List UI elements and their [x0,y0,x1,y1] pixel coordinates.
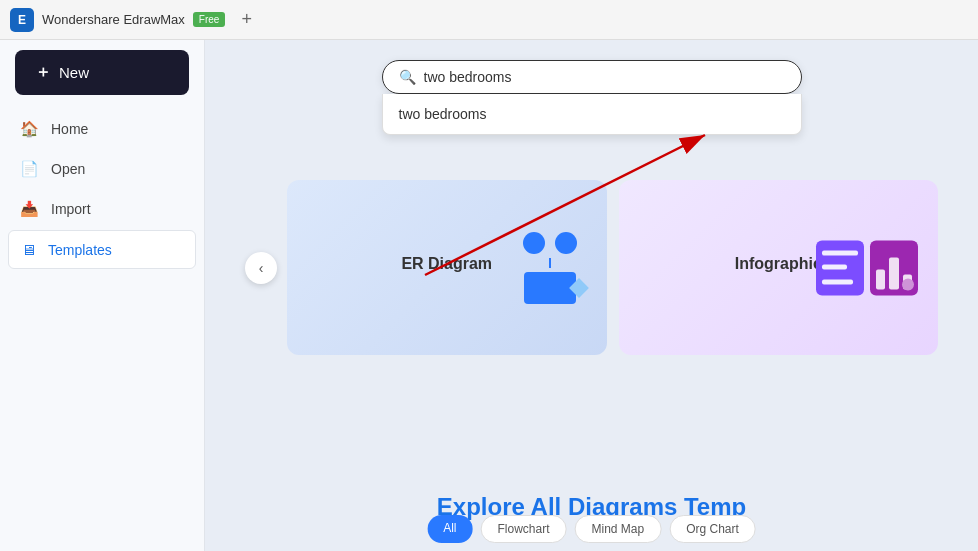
sidebar-label-open: Open [51,161,85,177]
new-button-label: New [59,64,89,81]
open-icon: 📄 [20,160,39,178]
infographic-card-label: Infographic [735,255,822,273]
main-layout: ＋ New 🏠 Home 📄 Open 📥 Import 🖥 Templates [0,40,978,551]
content-area: 🔍 two bedrooms ‹ ER Diagram [205,40,978,551]
app-logo: E [10,8,34,32]
category-pills: All Flowchart Mind Map Org Chart [427,515,756,543]
app-name: Wondershare EdrawMax [42,12,185,27]
new-tab-button[interactable]: + [241,9,252,30]
search-icon: 🔍 [399,69,416,85]
sidebar-nav: 🏠 Home 📄 Open 📥 Import 🖥 Templates [0,110,204,269]
search-box: 🔍 [382,60,802,94]
new-button[interactable]: ＋ New [15,50,189,95]
sidebar-label-templates: Templates [48,242,112,258]
sidebar-label-import: Import [51,201,91,217]
prev-arrow[interactable]: ‹ [245,252,277,284]
search-suggestion[interactable]: two bedrooms [382,94,802,135]
pill-orgchart[interactable]: Org Chart [669,515,756,543]
cards-area: ‹ ER Diagram [205,180,978,355]
title-bar: E Wondershare EdrawMax Free + [0,0,978,40]
sidebar-item-home[interactable]: 🏠 Home [8,110,196,148]
pill-mindmap[interactable]: Mind Map [574,515,661,543]
cards-wrapper: ER Diagram [287,180,938,355]
templates-icon: 🖥 [21,241,36,258]
er-card-label: ER Diagram [401,255,492,273]
template-card-er[interactable]: ER Diagram [287,180,607,355]
sidebar: ＋ New 🏠 Home 📄 Open 📥 Import 🖥 Templates [0,40,205,551]
sidebar-item-open[interactable]: 📄 Open [8,150,196,188]
plus-icon: ＋ [35,62,51,83]
sidebar-label-home: Home [51,121,88,137]
import-icon: 📥 [20,200,39,218]
pill-all[interactable]: All [427,515,472,543]
sidebar-item-import[interactable]: 📥 Import [8,190,196,228]
template-card-infographic[interactable]: Infographic [619,180,939,355]
pill-flowchart[interactable]: Flowchart [480,515,566,543]
search-container: 🔍 two bedrooms [382,60,802,135]
search-input[interactable] [424,69,785,85]
app-badge: Free [193,12,226,27]
sidebar-item-templates[interactable]: 🖥 Templates [8,230,196,269]
home-icon: 🏠 [20,120,39,138]
